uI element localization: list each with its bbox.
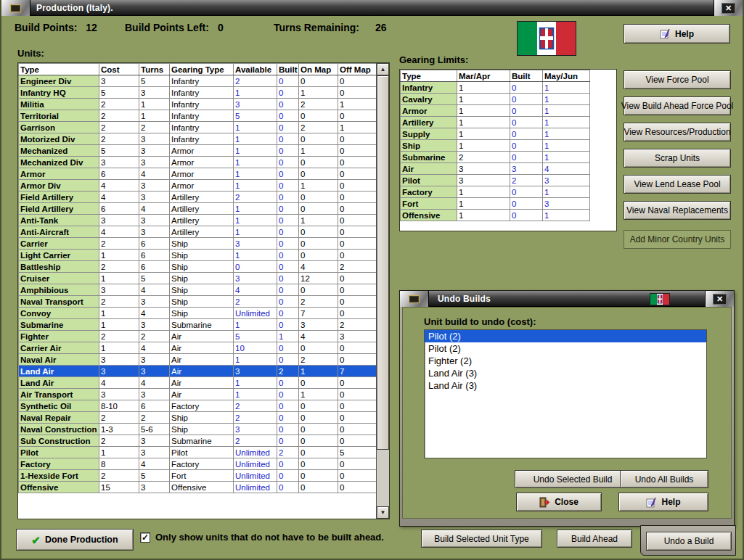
table-row[interactable]: Submarine13Submarine1032 [19, 319, 377, 331]
row-value-cell[interactable]: 1 [234, 215, 277, 226]
row-value-cell[interactable]: 1 [99, 342, 139, 354]
row-type-cell[interactable]: Pilot [401, 175, 457, 186]
row-value-cell[interactable]: 0 [338, 412, 377, 424]
row-value-cell[interactable]: 2 [299, 99, 338, 110]
row-value-cell[interactable]: 5 [234, 331, 277, 342]
row-value-cell[interactable]: 7 [299, 308, 338, 319]
table-row[interactable]: Factory101 [401, 186, 590, 198]
row-value-cell[interactable]: 0 [234, 261, 277, 273]
row-value-cell[interactable]: 1 [299, 87, 338, 99]
row-value-cell[interactable]: 10 [234, 342, 277, 354]
scrollbar-thumb[interactable] [377, 75, 389, 450]
row-value-cell[interactable]: 0 [277, 261, 299, 273]
row-value-cell[interactable]: 1 [234, 157, 277, 168]
row-value-cell[interactable]: 0 [277, 226, 299, 238]
row-type-cell[interactable]: Engineer Div [19, 75, 99, 87]
row-value-cell[interactable]: 0 [277, 470, 299, 482]
row-value-cell[interactable]: 0 [277, 192, 299, 203]
row-value-cell[interactable]: 12 [299, 273, 338, 284]
table-row[interactable]: Infantry HQ53Infantry1010 [19, 87, 377, 99]
row-value-cell[interactable]: 0 [277, 424, 299, 435]
dialog-close-icon[interactable]: ✕ [713, 294, 727, 305]
row-value-cell[interactable]: 1 [457, 198, 510, 210]
row-value-cell[interactable]: Factory [170, 458, 234, 470]
row-value-cell[interactable]: 4 [139, 377, 170, 389]
row-value-cell[interactable]: 1 [99, 308, 139, 319]
row-value-cell[interactable]: 2 [99, 331, 139, 342]
row-value-cell[interactable]: 0 [338, 145, 377, 157]
row-value-cell[interactable]: 2 [99, 122, 139, 133]
row-value-cell[interactable]: 1 [457, 105, 510, 117]
row-value-cell[interactable]: 4 [139, 203, 170, 215]
row-value-cell[interactable]: 1 [457, 186, 510, 198]
row-value-cell[interactable]: 2 [338, 261, 377, 273]
table-row[interactable]: Carrier26Ship3000 [19, 238, 377, 250]
row-value-cell[interactable]: 1 [543, 117, 590, 128]
table-row[interactable]: Fort103 [401, 198, 590, 210]
row-value-cell[interactable]: 2 [99, 99, 139, 110]
row-value-cell[interactable]: 3 [234, 273, 277, 284]
row-value-cell[interactable]: 0 [338, 482, 377, 493]
row-value-cell[interactable]: 1 [299, 366, 338, 377]
row-value-cell[interactable]: 0 [510, 82, 543, 94]
row-value-cell[interactable]: 1 [543, 105, 590, 117]
row-value-cell[interactable]: 4 [299, 261, 338, 273]
row-type-cell[interactable]: Land Air [19, 377, 99, 389]
row-value-cell[interactable]: 3 [139, 296, 170, 308]
table-row[interactable]: Engineer Div35Infantry2000 [19, 75, 377, 87]
row-value-cell[interactable]: 3 [139, 447, 170, 458]
row-value-cell[interactable]: 2 [338, 319, 377, 331]
row-value-cell[interactable]: Ship [170, 250, 234, 261]
row-value-cell[interactable]: 0 [299, 284, 338, 296]
row-value-cell[interactable]: 15 [99, 482, 139, 493]
row-value-cell[interactable]: Factory [170, 400, 234, 412]
table-row[interactable]: Convoy14ShipUnlimited070 [19, 308, 377, 319]
table-row[interactable]: Supply101 [401, 128, 590, 140]
row-type-cell[interactable]: Anti-Tank [19, 215, 99, 226]
row-value-cell[interactable]: Unlimited [234, 447, 277, 458]
row-value-cell[interactable]: Ship [170, 238, 234, 250]
row-value-cell[interactable]: 0 [510, 186, 543, 198]
row-value-cell[interactable]: Ship [170, 273, 234, 284]
row-value-cell[interactable]: 3 [139, 157, 170, 168]
row-type-cell[interactable]: Armor Div [19, 180, 99, 192]
row-value-cell[interactable]: 0 [338, 250, 377, 261]
row-value-cell[interactable]: Infantry [170, 122, 234, 133]
row-value-cell[interactable]: 0 [299, 238, 338, 250]
undo-list[interactable]: Pilot (2)Pilot (2)Fighter (2)Land Air (3… [424, 329, 707, 458]
row-type-cell[interactable]: Factory [401, 186, 457, 198]
row-value-cell[interactable]: 0 [510, 105, 543, 117]
table-row[interactable]: Light Carrier16Ship1000 [19, 250, 377, 261]
dialog-help-button[interactable]: Help [618, 493, 708, 511]
row-value-cell[interactable]: Infantry [170, 110, 234, 122]
help-button[interactable]: Help [624, 24, 730, 44]
side-button-scrap-units[interactable]: Scrap Units [624, 149, 731, 168]
row-value-cell[interactable]: 2 [299, 296, 338, 308]
row-value-cell[interactable]: Ship [170, 308, 234, 319]
row-value-cell[interactable]: Armor [170, 168, 234, 180]
row-value-cell[interactable]: 0 [277, 133, 299, 145]
row-value-cell[interactable]: 6 [139, 261, 170, 273]
row-value-cell[interactable]: 2 [299, 354, 338, 366]
row-value-cell[interactable]: 0 [277, 308, 299, 319]
row-type-cell[interactable]: Amphibious [19, 284, 99, 296]
table-row[interactable]: Ship101 [401, 140, 590, 152]
row-value-cell[interactable]: 2 [99, 110, 139, 122]
row-value-cell[interactable]: 2 [510, 175, 543, 186]
row-value-cell[interactable]: Pilot [170, 447, 234, 458]
row-value-cell[interactable]: 1 [99, 273, 139, 284]
table-row[interactable]: Offensive153OffensiveUnlimited000 [19, 482, 377, 493]
row-value-cell[interactable]: 0 [510, 198, 543, 210]
row-type-cell[interactable]: Submarine [401, 152, 457, 163]
table-row[interactable]: Submarine201 [401, 152, 590, 163]
row-value-cell[interactable]: Submarine [170, 435, 234, 447]
row-value-cell[interactable]: 0 [277, 354, 299, 366]
row-type-cell[interactable]: Cruiser [19, 273, 99, 284]
table-row[interactable]: Anti-Tank33Artillery1010 [19, 215, 377, 226]
row-value-cell[interactable]: 4 [234, 284, 277, 296]
row-value-cell[interactable]: Infantry [170, 133, 234, 145]
table-row[interactable]: Armor Div43Armor1010 [19, 180, 377, 192]
row-value-cell[interactable]: 0 [299, 342, 338, 354]
undo-list-item[interactable]: Land Air (3) [425, 379, 706, 392]
row-value-cell[interactable]: 0 [299, 435, 338, 447]
